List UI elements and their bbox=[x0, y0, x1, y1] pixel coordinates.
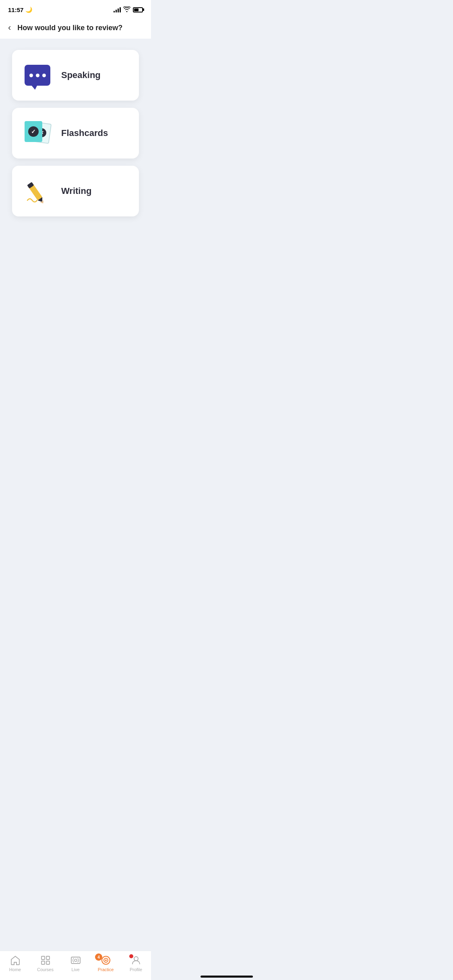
content-area: Speaking ✕ ✓ Flashcards bbox=[0, 39, 151, 228]
time-text: 11:57 bbox=[8, 6, 23, 13]
flashcards-icon: ✕ ✓ bbox=[23, 119, 52, 147]
flashcards-label: Flashcards bbox=[61, 128, 108, 138]
writing-icon bbox=[23, 177, 52, 205]
speaking-icon bbox=[23, 61, 52, 89]
signal-icon bbox=[114, 7, 121, 12]
battery-icon bbox=[133, 7, 143, 12]
back-button[interactable]: ‹ bbox=[8, 23, 11, 32]
speaking-label: Speaking bbox=[61, 70, 101, 80]
status-time: 11:57 🌙 bbox=[8, 6, 32, 13]
moon-icon: 🌙 bbox=[25, 6, 32, 13]
header: ‹ How would you like to review? bbox=[0, 18, 151, 39]
speaking-card[interactable]: Speaking bbox=[12, 50, 139, 101]
status-icons bbox=[114, 6, 143, 13]
status-bar: 11:57 🌙 bbox=[0, 0, 151, 18]
wifi-icon bbox=[123, 6, 130, 13]
writing-card[interactable]: Writing bbox=[12, 166, 139, 216]
flashcards-card[interactable]: ✕ ✓ Flashcards bbox=[12, 108, 139, 159]
writing-label: Writing bbox=[61, 186, 91, 196]
page-title: How would you like to review? bbox=[17, 24, 122, 32]
